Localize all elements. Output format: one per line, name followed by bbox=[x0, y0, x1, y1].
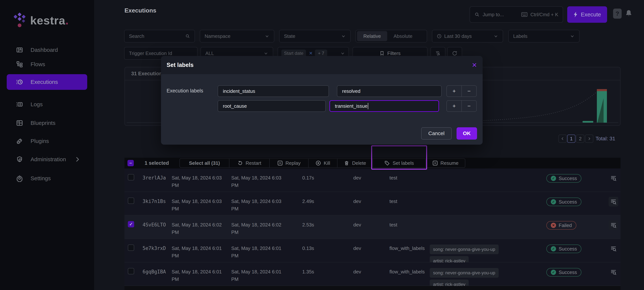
search-input[interactable]: Search bbox=[124, 30, 195, 42]
page-1-button[interactable]: 1 bbox=[567, 134, 576, 143]
sidebar-item-blueprints[interactable]: Blueprints bbox=[7, 115, 87, 131]
remove-label-button[interactable]: − bbox=[462, 86, 476, 96]
restart-button[interactable]: Restart bbox=[230, 159, 270, 167]
failed-bar-segment bbox=[597, 89, 607, 91]
flow-link[interactable]: flow_with_labels bbox=[390, 268, 428, 276]
time-mode-toggle: Relative Absolute bbox=[356, 30, 427, 42]
label-value-input[interactable]: resolved bbox=[337, 85, 442, 97]
flow-link[interactable]: test bbox=[390, 174, 428, 182]
label-value-input-focused[interactable]: transient_issue bbox=[330, 100, 439, 112]
check-circle-icon: ✓ bbox=[551, 176, 556, 181]
status-badge: ✓Success bbox=[546, 198, 582, 206]
start-date: Sat, May 18, 2024 6:03 PM bbox=[172, 174, 224, 189]
relative-toggle[interactable]: Relative bbox=[357, 31, 387, 41]
replay-button[interactable]: Replay bbox=[270, 159, 308, 167]
label-key-input[interactable]: root_cause bbox=[218, 100, 326, 112]
table-row[interactable]: 3ki7n1Bs Sat, May 18, 2024 6:03 PM Sat, … bbox=[124, 192, 620, 216]
remove-label-button[interactable]: − bbox=[462, 101, 476, 112]
resume-button[interactable]: Resume bbox=[426, 159, 465, 167]
execution-id-link[interactable]: 3rerlAJa bbox=[142, 174, 166, 182]
modal-body: Execution labels incident_status resolve… bbox=[161, 74, 483, 145]
cancel-button[interactable]: Cancel bbox=[421, 127, 452, 140]
add-label-button[interactable]: + bbox=[447, 86, 462, 96]
flow-link[interactable]: flow_with_labels bbox=[390, 244, 428, 252]
chevron-down-icon bbox=[494, 34, 498, 38]
execution-id-link[interactable]: 3ki7n1Bs bbox=[142, 198, 166, 205]
table-row[interactable]: 6gqBgIBA Sat, May 18, 2024 6:01 PM Sat, … bbox=[124, 262, 620, 286]
table-row[interactable]: 3rerlAJa Sat, May 18, 2024 6:03 PM Sat, … bbox=[124, 168, 620, 192]
namespace-select[interactable]: Namespace bbox=[200, 30, 274, 42]
execution-id-link[interactable]: 5e7k3rxD bbox=[142, 244, 166, 252]
kill-button[interactable]: Kill bbox=[308, 159, 338, 167]
select-all-button[interactable]: Select all (31) bbox=[180, 159, 230, 167]
row-checkbox[interactable] bbox=[128, 268, 134, 274]
execution-id-link[interactable]: 4SvE6LTO bbox=[142, 221, 166, 228]
jump-to-search[interactable]: Jump to... Ctrl/Cmd + K bbox=[470, 6, 563, 23]
absolute-toggle[interactable]: Absolute bbox=[387, 31, 419, 41]
sidebar-item-plugins[interactable]: Plugins bbox=[7, 133, 87, 149]
row-logs-button[interactable] bbox=[608, 173, 618, 183]
namespace: dev bbox=[353, 244, 361, 252]
check-circle-icon: ✓ bbox=[551, 246, 556, 252]
search-icon bbox=[185, 34, 190, 38]
modal-header: Set labels ✕ bbox=[161, 56, 483, 74]
state-select[interactable]: State bbox=[279, 30, 351, 42]
set-labels-button[interactable]: Set labels bbox=[373, 159, 426, 167]
ok-button[interactable]: OK bbox=[456, 127, 477, 140]
flow-link[interactable]: test bbox=[390, 221, 428, 228]
plugins-icon bbox=[16, 138, 23, 145]
page-2-button[interactable]: 2 bbox=[576, 134, 584, 143]
sidebar-item-executions[interactable]: Executions bbox=[7, 74, 87, 90]
kestra-logo[interactable]: kestra. bbox=[14, 12, 69, 29]
help-icon[interactable]: ? bbox=[613, 8, 622, 19]
close-icon[interactable]: ✕ bbox=[472, 61, 477, 69]
prev-page-button[interactable] bbox=[558, 134, 567, 143]
sidebar-item-settings[interactable]: Settings bbox=[7, 170, 87, 186]
start-date: Sat, May 18, 2024 6:02 PM bbox=[172, 221, 224, 236]
bell-icon[interactable] bbox=[624, 9, 633, 18]
duration: 0.13s bbox=[302, 244, 314, 252]
end-date: Sat, May 18, 2024 6:01 PM bbox=[231, 244, 284, 260]
shortcut-hint: Ctrl/Cmd + K bbox=[530, 12, 558, 18]
status-badge: ✓Success bbox=[546, 174, 582, 183]
row-logs-button[interactable] bbox=[608, 267, 618, 277]
bookmark-icon bbox=[380, 51, 384, 56]
labels-select[interactable]: Labels bbox=[508, 30, 580, 42]
execute-button[interactable]: Execute bbox=[567, 6, 607, 23]
clear-date-icon[interactable]: ✕ bbox=[309, 51, 313, 56]
end-date: Sat, May 18, 2024 6:02 PM bbox=[231, 221, 284, 236]
execution-labels-field-label: Execution labels bbox=[166, 88, 203, 94]
row-logs-button[interactable] bbox=[608, 197, 618, 206]
table-row[interactable]: 5e7k3rxD Sat, May 18, 2024 6:01 PM Sat, … bbox=[124, 239, 620, 262]
chevron-down-icon bbox=[340, 51, 345, 56]
row-add-remove-group: + − bbox=[446, 85, 477, 97]
sidebar-item-logs[interactable]: Logs bbox=[7, 96, 87, 112]
search-icon bbox=[474, 12, 480, 17]
chevron-down-icon bbox=[341, 34, 346, 38]
row-logs-button[interactable] bbox=[608, 244, 618, 254]
row-checkbox-checked[interactable]: ✓ bbox=[128, 221, 134, 228]
clock-icon bbox=[437, 34, 442, 38]
sidebar-item-administration[interactable]: Administration bbox=[7, 152, 87, 167]
add-label-button[interactable]: + bbox=[447, 101, 462, 112]
execution-id-link[interactable]: 6gqBgIBA bbox=[142, 268, 166, 276]
delete-button[interactable]: Delete bbox=[338, 159, 373, 167]
row-checkbox[interactable] bbox=[128, 244, 134, 251]
namespace: dev bbox=[353, 174, 361, 182]
table-row-selected[interactable]: ✓ 4SvE6LTO Sat, May 18, 2024 6:02 PM Sat… bbox=[124, 216, 620, 239]
select-all-checkbox[interactable]: − bbox=[128, 160, 134, 166]
kill-icon bbox=[316, 160, 321, 166]
shield-icon bbox=[16, 156, 23, 163]
next-page-button[interactable] bbox=[585, 134, 593, 143]
date-range-select[interactable]: Last 30 days bbox=[432, 30, 503, 42]
row-logs-button[interactable] bbox=[608, 220, 618, 230]
row-checkbox[interactable] bbox=[128, 198, 134, 204]
lightning-icon bbox=[574, 12, 578, 17]
row-checkbox[interactable] bbox=[128, 174, 134, 180]
label-key-input[interactable]: incident_status bbox=[218, 85, 329, 97]
sidebar-item-flows[interactable]: Flows bbox=[7, 56, 87, 72]
flow-link[interactable]: test bbox=[390, 198, 428, 205]
refresh-icon bbox=[452, 50, 458, 56]
sidebar-item-dashboard[interactable]: Dashboard bbox=[7, 42, 87, 58]
flows-icon bbox=[16, 61, 23, 68]
